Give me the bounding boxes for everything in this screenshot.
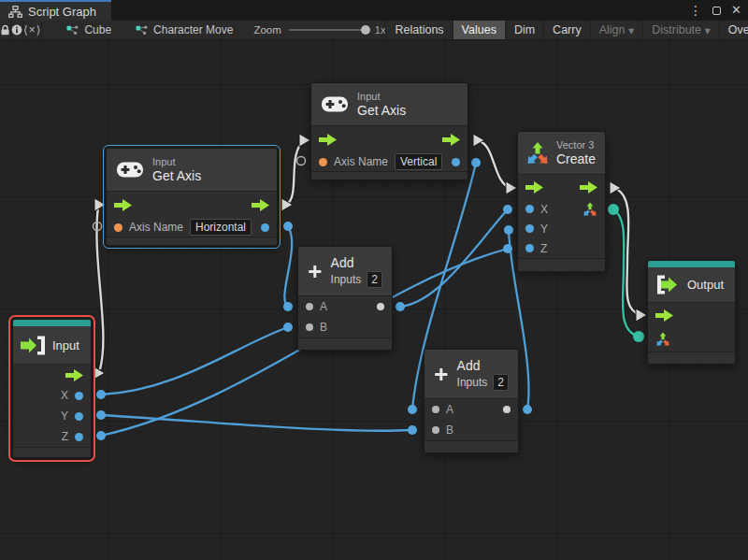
breadcrumb-character-move[interactable]: Character Move xyxy=(136,21,233,39)
info-icon xyxy=(11,24,22,36)
unconnected-socket[interactable] xyxy=(297,157,306,165)
node-title: Input xyxy=(52,337,79,353)
node-input[interactable]: Input X Y Z xyxy=(12,319,92,458)
info-button[interactable] xyxy=(11,21,23,39)
vector3-output-port[interactable] xyxy=(583,202,597,217)
flow-out-arrow[interactable] xyxy=(580,181,597,194)
flow-in-arrow[interactable] xyxy=(655,309,673,322)
breadcrumb-label: Cube xyxy=(84,23,111,36)
gamepad-icon xyxy=(321,95,349,113)
axis-name-port[interactable] xyxy=(114,223,122,232)
code-view-button[interactable]: ⟨×⟩ xyxy=(23,21,42,39)
flow-out-arrow[interactable] xyxy=(65,369,83,381)
maximize-icon[interactable] xyxy=(712,7,721,15)
port-label-b: B xyxy=(320,321,327,334)
distribute-dropdown[interactable]: Distribute ▾ xyxy=(642,21,719,39)
z-input-port[interactable] xyxy=(525,244,534,252)
script-graph-icon xyxy=(8,6,22,18)
port-label-a: A xyxy=(320,300,327,313)
param-label: Axis Name xyxy=(129,221,183,234)
node-add-2[interactable]: Add Inputs 2 A B xyxy=(424,349,519,453)
axis-name-port[interactable] xyxy=(319,158,327,166)
port-label-y: Y xyxy=(540,223,548,236)
z-output-port[interactable] xyxy=(75,433,83,441)
port-label-x: X xyxy=(61,389,68,402)
plus-icon xyxy=(434,363,449,386)
node-category: Vector 3 xyxy=(556,138,596,151)
zoom-label: Zoom xyxy=(253,24,280,36)
breadcrumb-label: Character Move xyxy=(153,23,233,36)
node-get-axis-vertical[interactable]: Input Get Axis Axis Name Vertical xyxy=(310,82,468,180)
chevron-down-icon: ▾ xyxy=(705,23,711,37)
lock-button[interactable] xyxy=(0,21,11,39)
graph-node-icon xyxy=(136,25,148,36)
zoom-slider-knob[interactable] xyxy=(361,25,370,35)
node-footer xyxy=(13,447,91,457)
node-title: Add xyxy=(457,358,509,374)
flow-in-arrow[interactable] xyxy=(114,199,132,211)
y-output-port[interactable] xyxy=(75,412,83,421)
sum-output-port[interactable] xyxy=(377,303,384,310)
node-title: Get Axis xyxy=(152,168,201,184)
flow-in-arrow[interactable] xyxy=(319,134,337,146)
port-label-x: X xyxy=(540,203,548,216)
node-vector3-create[interactable]: Vector 3 Create X Y Z xyxy=(517,131,606,272)
plus-icon xyxy=(308,260,323,283)
flow-in-arrow[interactable] xyxy=(525,181,543,194)
node-title: Add xyxy=(331,255,382,271)
wire-inputx-to-add1-b xyxy=(101,327,288,395)
script-graph-window: Script Graph ⋮ ✕ ⟨×⟩ xyxy=(0,0,748,560)
a-input-port[interactable] xyxy=(432,406,439,413)
axis-name-field[interactable]: Vertical xyxy=(395,153,442,170)
carry-button[interactable]: Carry xyxy=(543,21,590,39)
align-dropdown[interactable]: Align ▾ xyxy=(590,21,643,39)
kebab-menu-icon[interactable]: ⋮ xyxy=(689,0,702,21)
graph-node-icon xyxy=(66,25,79,36)
node-footer xyxy=(311,171,468,179)
node-title: Create xyxy=(556,151,596,167)
tab-label: Script Graph xyxy=(28,5,96,19)
node-get-axis-horizontal[interactable]: Input Get Axis Axis Name Horizontal xyxy=(106,148,278,246)
node-footer xyxy=(518,258,605,271)
zoom-slider[interactable] xyxy=(289,29,367,31)
overview-button[interactable]: Overview xyxy=(719,21,748,39)
node-footer xyxy=(424,440,518,452)
input-icon xyxy=(21,336,46,355)
x-input-port[interactable] xyxy=(525,205,534,213)
vector3-input-port[interactable] xyxy=(655,332,670,347)
b-input-port[interactable] xyxy=(432,426,439,434)
vector3-icon xyxy=(525,141,550,165)
sum-output-port[interactable] xyxy=(503,406,511,413)
port-label-b: B xyxy=(446,424,453,437)
node-title-bar xyxy=(648,261,735,267)
chevron-down-icon: ▾ xyxy=(628,23,634,37)
tab-bar: Script Graph ⋮ ✕ xyxy=(0,0,748,21)
gamepad-icon xyxy=(116,161,144,179)
output-icon xyxy=(655,275,680,294)
b-input-port[interactable] xyxy=(306,323,313,331)
node-title: Get Axis xyxy=(357,103,406,119)
flow-out-arrow[interactable] xyxy=(442,134,460,146)
close-icon[interactable]: ✕ xyxy=(731,0,741,21)
dim-button[interactable]: Dim xyxy=(505,21,543,39)
code-view-label: ⟨×⟩ xyxy=(23,23,41,36)
y-input-port[interactable] xyxy=(525,224,534,233)
a-input-port[interactable] xyxy=(306,303,313,310)
axis-name-field[interactable]: Horizontal xyxy=(190,219,252,236)
inputs-count-field[interactable]: 2 xyxy=(493,374,509,391)
value-output-port[interactable] xyxy=(452,158,460,166)
inputs-label: Inputs xyxy=(331,273,362,286)
graph-canvas[interactable]: Input Get Axis Axis Name Vertical xyxy=(0,40,748,560)
node-category: Input xyxy=(152,155,201,168)
inputs-count-field[interactable]: 2 xyxy=(367,271,382,288)
node-footer xyxy=(298,337,392,350)
relations-button[interactable]: Relations xyxy=(385,21,452,39)
breadcrumb-cube[interactable]: Cube xyxy=(66,21,111,39)
value-output-port[interactable] xyxy=(261,223,269,232)
flow-out-arrow[interactable] xyxy=(252,199,269,211)
tab-script-graph[interactable]: Script Graph xyxy=(0,0,111,21)
node-add-1[interactable]: Add Inputs 2 A B xyxy=(297,246,393,351)
values-button[interactable]: Values xyxy=(453,21,505,39)
x-output-port[interactable] xyxy=(75,392,83,400)
node-output[interactable]: Output xyxy=(647,260,736,365)
